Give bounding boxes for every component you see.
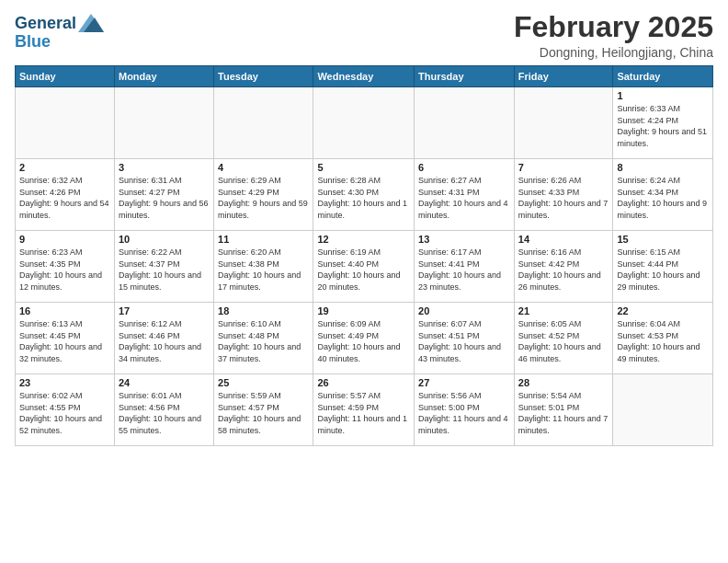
- calendar-cell: [415, 87, 515, 159]
- day-number: 4: [218, 162, 309, 173]
- day-info: Sunrise: 6:27 AM Sunset: 4:31 PM Dayligh…: [418, 175, 510, 221]
- day-info: Sunrise: 5:56 AM Sunset: 5:00 PM Dayligh…: [418, 390, 510, 436]
- day-number: 5: [317, 162, 410, 173]
- day-info: Sunrise: 6:09 AM Sunset: 4:49 PM Dayligh…: [317, 318, 410, 364]
- weekday-header-friday: Friday: [514, 66, 613, 87]
- calendar-cell: 9Sunrise: 6:23 AM Sunset: 4:35 PM Daylig…: [16, 231, 115, 303]
- day-number: 2: [19, 162, 110, 173]
- day-info: Sunrise: 5:57 AM Sunset: 4:59 PM Dayligh…: [317, 390, 410, 436]
- logo-text-general: General: [15, 15, 76, 33]
- day-number: 26: [317, 377, 410, 388]
- calendar-cell: 8Sunrise: 6:24 AM Sunset: 4:34 PM Daylig…: [613, 159, 713, 231]
- day-info: Sunrise: 6:04 AM Sunset: 4:53 PM Dayligh…: [617, 318, 709, 364]
- calendar-week-5: 23Sunrise: 6:02 AM Sunset: 4:55 PM Dayli…: [16, 374, 713, 446]
- calendar-cell: [514, 87, 613, 159]
- day-number: 6: [418, 162, 510, 173]
- weekday-header-sunday: Sunday: [16, 66, 115, 87]
- calendar-cell: [16, 87, 115, 159]
- day-number: 22: [617, 305, 709, 316]
- day-number: 1: [617, 90, 709, 101]
- logo-icon: [78, 14, 104, 32]
- day-number: 15: [617, 234, 709, 245]
- logo-text-blue: Blue: [15, 33, 104, 52]
- day-info: Sunrise: 6:31 AM Sunset: 4:27 PM Dayligh…: [119, 175, 210, 221]
- page-container: General Blue February 2025 Dongning, Hei…: [0, 0, 728, 454]
- day-number: 28: [518, 377, 609, 388]
- day-number: 8: [617, 162, 709, 173]
- calendar-cell: 17Sunrise: 6:12 AM Sunset: 4:46 PM Dayli…: [114, 303, 213, 374]
- day-info: Sunrise: 6:32 AM Sunset: 4:26 PM Dayligh…: [19, 175, 110, 221]
- calendar-cell: 15Sunrise: 6:15 AM Sunset: 4:44 PM Dayli…: [613, 231, 713, 303]
- calendar-cell: 5Sunrise: 6:28 AM Sunset: 4:30 PM Daylig…: [313, 159, 415, 231]
- calendar-cell: 10Sunrise: 6:22 AM Sunset: 4:37 PM Dayli…: [114, 231, 213, 303]
- day-info: Sunrise: 6:13 AM Sunset: 4:45 PM Dayligh…: [19, 318, 110, 364]
- day-number: 17: [119, 305, 210, 316]
- calendar-cell: 1Sunrise: 6:33 AM Sunset: 4:24 PM Daylig…: [613, 87, 713, 159]
- day-number: 24: [119, 377, 210, 388]
- day-info: Sunrise: 6:05 AM Sunset: 4:52 PM Dayligh…: [518, 318, 609, 364]
- calendar-cell: 25Sunrise: 5:59 AM Sunset: 4:57 PM Dayli…: [214, 374, 313, 446]
- calendar-cell: 18Sunrise: 6:10 AM Sunset: 4:48 PM Dayli…: [214, 303, 313, 374]
- day-info: Sunrise: 6:17 AM Sunset: 4:41 PM Dayligh…: [418, 247, 510, 293]
- day-info: Sunrise: 6:15 AM Sunset: 4:44 PM Dayligh…: [617, 247, 709, 293]
- calendar-cell: 2Sunrise: 6:32 AM Sunset: 4:26 PM Daylig…: [16, 159, 115, 231]
- day-info: Sunrise: 6:02 AM Sunset: 4:55 PM Dayligh…: [19, 390, 110, 436]
- day-number: 11: [218, 234, 309, 245]
- day-info: Sunrise: 6:28 AM Sunset: 4:30 PM Dayligh…: [317, 175, 410, 221]
- calendar-cell: 6Sunrise: 6:27 AM Sunset: 4:31 PM Daylig…: [415, 159, 515, 231]
- calendar-cell: 28Sunrise: 5:54 AM Sunset: 5:01 PM Dayli…: [514, 374, 613, 446]
- day-info: Sunrise: 6:22 AM Sunset: 4:37 PM Dayligh…: [119, 247, 210, 293]
- day-number: 3: [119, 162, 210, 173]
- calendar-cell: 22Sunrise: 6:04 AM Sunset: 4:53 PM Dayli…: [613, 303, 713, 374]
- calendar-header-row: SundayMondayTuesdayWednesdayThursdayFrid…: [16, 66, 713, 87]
- day-number: 27: [418, 377, 510, 388]
- day-number: 16: [19, 305, 110, 316]
- calendar-cell: 12Sunrise: 6:19 AM Sunset: 4:40 PM Dayli…: [313, 231, 415, 303]
- calendar-cell: [613, 374, 713, 446]
- day-number: 18: [218, 305, 309, 316]
- weekday-header-saturday: Saturday: [613, 66, 713, 87]
- calendar-week-1: 1Sunrise: 6:33 AM Sunset: 4:24 PM Daylig…: [16, 87, 713, 159]
- calendar-cell: 7Sunrise: 6:26 AM Sunset: 4:33 PM Daylig…: [514, 159, 613, 231]
- calendar-cell: 27Sunrise: 5:56 AM Sunset: 5:00 PM Dayli…: [415, 374, 515, 446]
- calendar-cell: 3Sunrise: 6:31 AM Sunset: 4:27 PM Daylig…: [114, 159, 213, 231]
- weekday-header-wednesday: Wednesday: [313, 66, 415, 87]
- calendar-week-3: 9Sunrise: 6:23 AM Sunset: 4:35 PM Daylig…: [16, 231, 713, 303]
- day-number: 25: [218, 377, 309, 388]
- calendar-cell: [114, 87, 213, 159]
- day-number: 19: [317, 305, 410, 316]
- day-number: 12: [317, 234, 410, 245]
- day-number: 10: [119, 234, 210, 245]
- day-info: Sunrise: 6:19 AM Sunset: 4:40 PM Dayligh…: [317, 247, 410, 293]
- calendar-cell: 24Sunrise: 6:01 AM Sunset: 4:56 PM Dayli…: [114, 374, 213, 446]
- calendar-cell: 11Sunrise: 6:20 AM Sunset: 4:38 PM Dayli…: [214, 231, 313, 303]
- title-block: February 2025 Dongning, Heilongjiang, Ch…: [514, 11, 713, 60]
- calendar-table: SundayMondayTuesdayWednesdayThursdayFrid…: [15, 65, 713, 446]
- day-info: Sunrise: 6:26 AM Sunset: 4:33 PM Dayligh…: [518, 175, 609, 221]
- weekday-header-tuesday: Tuesday: [214, 66, 313, 87]
- day-info: Sunrise: 6:01 AM Sunset: 4:56 PM Dayligh…: [119, 390, 210, 436]
- day-number: 23: [19, 377, 110, 388]
- calendar-cell: [313, 87, 415, 159]
- day-info: Sunrise: 6:33 AM Sunset: 4:24 PM Dayligh…: [617, 103, 709, 149]
- header: General Blue February 2025 Dongning, Hei…: [15, 11, 713, 60]
- day-info: Sunrise: 6:20 AM Sunset: 4:38 PM Dayligh…: [218, 247, 309, 293]
- calendar-cell: 4Sunrise: 6:29 AM Sunset: 4:29 PM Daylig…: [214, 159, 313, 231]
- day-number: 9: [19, 234, 110, 245]
- day-info: Sunrise: 6:23 AM Sunset: 4:35 PM Dayligh…: [19, 247, 110, 293]
- day-number: 13: [418, 234, 510, 245]
- day-info: Sunrise: 6:10 AM Sunset: 4:48 PM Dayligh…: [218, 318, 309, 364]
- calendar-week-4: 16Sunrise: 6:13 AM Sunset: 4:45 PM Dayli…: [16, 303, 713, 374]
- calendar-cell: 21Sunrise: 6:05 AM Sunset: 4:52 PM Dayli…: [514, 303, 613, 374]
- calendar-week-2: 2Sunrise: 6:32 AM Sunset: 4:26 PM Daylig…: [16, 159, 713, 231]
- day-info: Sunrise: 6:12 AM Sunset: 4:46 PM Dayligh…: [119, 318, 210, 364]
- day-info: Sunrise: 6:29 AM Sunset: 4:29 PM Dayligh…: [218, 175, 309, 221]
- day-info: Sunrise: 6:24 AM Sunset: 4:34 PM Dayligh…: [617, 175, 709, 221]
- calendar-cell: 19Sunrise: 6:09 AM Sunset: 4:49 PM Dayli…: [313, 303, 415, 374]
- day-number: 7: [518, 162, 609, 173]
- day-info: Sunrise: 5:54 AM Sunset: 5:01 PM Dayligh…: [518, 390, 609, 436]
- day-number: 20: [418, 305, 510, 316]
- month-title: February 2025: [514, 11, 713, 43]
- calendar-cell: 26Sunrise: 5:57 AM Sunset: 4:59 PM Dayli…: [313, 374, 415, 446]
- calendar-cell: 13Sunrise: 6:17 AM Sunset: 4:41 PM Dayli…: [415, 231, 515, 303]
